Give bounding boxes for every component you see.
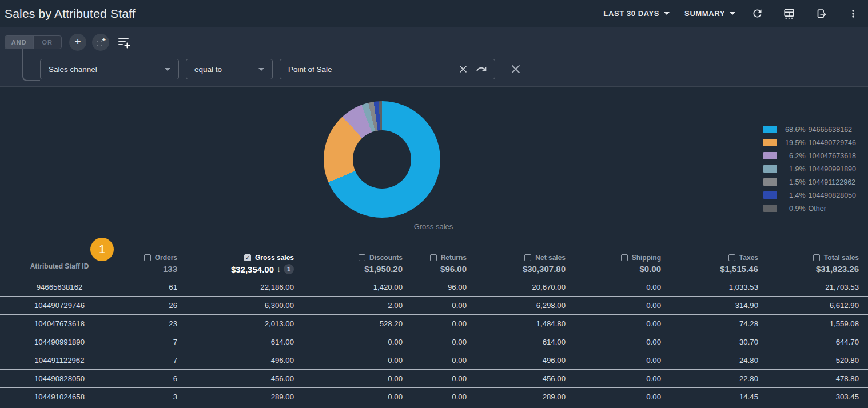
column-summary-value: $1,515.46 — [720, 264, 758, 274]
staff-id-cell: 104490828050 — [0, 370, 119, 387]
view-mode-dropdown[interactable]: SUMMARY — [684, 9, 735, 18]
chevron-down-icon — [165, 68, 170, 71]
staff-id-cell: 104491122962 — [0, 351, 119, 369]
column-header-top: ✓Gross sales — [244, 254, 294, 262]
staff-id-cell: 104047673618 — [0, 315, 119, 333]
value-cell: 478.80 — [758, 370, 859, 387]
value-cell: 496.00 — [467, 351, 566, 369]
filter-bar: AND OR + + Sales channel — [0, 27, 868, 87]
or-toggle[interactable]: OR — [33, 36, 62, 49]
pivot-table-button[interactable] — [782, 7, 796, 21]
value-cell: 22.80 — [661, 370, 758, 387]
legend-item[interactable]: 0.9%Other — [763, 202, 856, 215]
sort-desc-icon[interactable]: ↓ — [277, 265, 281, 274]
filter-operator-value: equal to — [194, 65, 222, 74]
column-checkbox[interactable] — [813, 254, 820, 261]
plus-icon: + — [74, 35, 81, 48]
column-header-taxes[interactable]: Taxes$1,515.46 — [661, 250, 758, 278]
column-header-top: Returns — [430, 254, 467, 262]
column-checkbox[interactable] — [144, 254, 151, 261]
more-menu-button[interactable] — [846, 7, 860, 21]
column-checkbox[interactable] — [430, 254, 437, 261]
column-header-net-sales[interactable]: Net sales$30,307.80 — [467, 250, 566, 278]
column-header-returns[interactable]: Returns$96.00 — [403, 250, 467, 278]
filter-value-input[interactable]: Point of Sale — [280, 59, 495, 79]
value-cell: 614.00 — [177, 333, 294, 351]
table-row[interactable]: 1044910246583289.000.000.00289.000.0014.… — [0, 388, 868, 406]
table-row[interactable]: 1044909918907614.000.000.00614.000.0030.… — [0, 333, 868, 351]
chevron-down-icon — [664, 12, 670, 15]
redo-button[interactable] — [475, 63, 488, 75]
legend-item[interactable]: 1.5%104491122962 — [763, 175, 856, 189]
filter-operator-select[interactable]: equal to — [186, 59, 273, 79]
add-filter-row-button[interactable] — [116, 35, 133, 50]
value-cell: 6 — [119, 370, 177, 387]
value-cell: 0.00 — [566, 351, 661, 369]
value-cell: 3 — [119, 388, 177, 406]
legend-item[interactable]: 68.6%94665638162 — [763, 123, 856, 136]
column-checkbox[interactable] — [524, 254, 531, 261]
table-row[interactable]: 104047673618232,013.00528.200.001,484.80… — [0, 315, 868, 333]
chevron-down-icon — [730, 12, 735, 15]
column-label: Orders — [155, 254, 177, 262]
column-checkbox[interactable] — [359, 254, 365, 261]
column-header-shipping[interactable]: Shipping$0.00 — [566, 250, 661, 278]
legend-item[interactable]: 1.4%104490828050 — [763, 189, 856, 202]
column-header-top: Net sales — [524, 254, 566, 262]
column-label: Returns — [441, 254, 467, 262]
refresh-button[interactable] — [750, 7, 764, 21]
column-header-orders[interactable]: Orders133 — [119, 250, 177, 278]
column-header-gross-sales[interactable]: ✓Gross sales$32,354.00↓1 — [177, 250, 294, 278]
date-range-dropdown[interactable]: LAST 30 DAYS — [603, 9, 670, 18]
add-group-button[interactable]: + — [92, 34, 109, 51]
legend-swatch — [763, 205, 777, 212]
clear-value-button[interactable] — [457, 63, 469, 75]
export-button[interactable] — [814, 7, 828, 21]
column-summary: $0.00 — [639, 264, 661, 274]
column-checkbox[interactable]: ✓ — [244, 254, 251, 261]
legend-swatch — [763, 191, 777, 199]
value-cell: 303.45 — [758, 388, 859, 406]
legend-item[interactable]: 6.2%104047673618 — [763, 149, 856, 162]
legend-item[interactable]: 19.5%104490729746 — [763, 136, 856, 149]
column-summary-value: $30,307.80 — [523, 264, 566, 274]
table-row[interactable]: 1044908280506456.000.000.00456.000.0022.… — [0, 370, 868, 388]
value-cell: 1,484.80 — [467, 315, 566, 333]
column-header-discounts[interactable]: Discounts$1,950.20 — [294, 250, 403, 278]
remove-filter-button[interactable] — [509, 63, 522, 75]
column-checkbox[interactable] — [621, 254, 628, 261]
value-cell: 24.80 — [661, 351, 758, 369]
value-cell: 2.00 — [294, 297, 403, 314]
legend-percent: 6.2% — [782, 152, 806, 160]
filter-row: Sales channel equal to Point of Sale — [40, 59, 522, 79]
column-header-total-sales[interactable]: Total sales$31,823.26 — [758, 250, 859, 278]
column-header-top: Total sales — [813, 254, 859, 262]
annotation-badge: 1 — [90, 238, 114, 261]
table-row[interactable]: 1044911229627496.000.000.00496.000.0024.… — [0, 351, 868, 370]
and-toggle[interactable]: AND — [5, 36, 33, 49]
value-cell: 0.00 — [403, 370, 467, 387]
column-summary: $96.00 — [440, 264, 467, 274]
column-checkbox[interactable] — [728, 254, 735, 261]
table-header-row: 1 Attributed Staff IDOrders133✓Gross sal… — [0, 250, 868, 278]
table-row[interactable]: 104490729746266,300.002.000.006,298.000.… — [0, 297, 868, 315]
legend-label: 94665638162 — [809, 126, 852, 134]
value-cell: 456.00 — [177, 370, 294, 387]
table-body: 946656381626122,186.001,420.0096.0020,67… — [0, 278, 868, 406]
page-title: Sales by Attributed Staff — [5, 7, 136, 21]
staff-id-cell: 104490729746 — [0, 297, 119, 314]
value-cell: 0.00 — [403, 297, 467, 314]
value-cell: 289.00 — [177, 388, 294, 406]
donut-chart[interactable] — [324, 101, 440, 218]
add-filter-button[interactable]: + — [69, 34, 86, 51]
title-bar: Sales by Attributed Staff LAST 30 DAYS S… — [0, 0, 868, 27]
kebab-menu-icon — [847, 8, 859, 19]
value-cell: 0.00 — [403, 351, 467, 369]
legend-item[interactable]: 1.9%104490991890 — [763, 162, 856, 175]
filter-field-select[interactable]: Sales channel — [40, 59, 179, 79]
table-row[interactable]: 946656381626122,186.001,420.0096.0020,67… — [0, 278, 868, 297]
boolean-operator-toggle: AND OR — [5, 35, 62, 49]
staff-id-cell: 94665638162 — [0, 278, 119, 296]
value-cell: 0.00 — [566, 278, 661, 296]
staff-id-cell: 104490991890 — [0, 333, 119, 351]
